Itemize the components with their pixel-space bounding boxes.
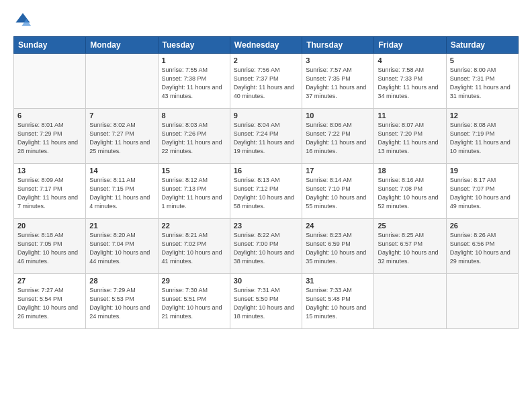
day-number: 11 [378,111,442,120]
weekday-header: Thursday [302,37,374,54]
day-info: Sunrise: 8:26 AMSunset: 6:56 PMDaylight:… [450,231,515,266]
calendar-cell [86,54,158,109]
calendar-cell: 9Sunrise: 8:04 AMSunset: 7:24 PMDaylight… [230,109,302,164]
calendar-cell: 15Sunrise: 8:12 AMSunset: 7:13 PMDayligh… [158,164,230,219]
calendar-week-row: 6Sunrise: 8:01 AMSunset: 7:29 PMDaylight… [14,109,519,164]
calendar-cell: 24Sunrise: 8:23 AMSunset: 6:59 PMDayligh… [302,219,374,274]
day-number: 29 [162,277,226,285]
day-number: 26 [450,222,515,230]
day-number: 22 [162,222,226,230]
weekday-header-row: SundayMondayTuesdayWednesdayThursdayFrid… [14,37,519,54]
day-number: 28 [89,277,154,285]
day-number: 12 [450,111,515,120]
weekday-header: Sunday [14,37,86,54]
day-number: 18 [378,167,442,175]
calendar-cell: 19Sunrise: 8:17 AMSunset: 7:07 PMDayligh… [446,164,518,219]
day-number: 30 [234,277,298,285]
day-info: Sunrise: 8:23 AMSunset: 6:59 PMDaylight:… [306,231,370,266]
day-number: 14 [89,167,154,175]
calendar-cell: 20Sunrise: 8:18 AMSunset: 7:05 PMDayligh… [14,219,86,274]
calendar-week-row: 27Sunrise: 7:27 AMSunset: 5:54 PMDayligh… [14,274,519,329]
calendar-cell [14,54,86,109]
calendar-cell: 18Sunrise: 8:16 AMSunset: 7:08 PMDayligh… [374,164,446,219]
weekday-header: Saturday [446,37,518,54]
calendar-cell: 10Sunrise: 8:06 AMSunset: 7:22 PMDayligh… [302,109,374,164]
day-info: Sunrise: 7:31 AMSunset: 5:50 PMDaylight:… [234,286,298,321]
calendar-cell: 5Sunrise: 8:00 AMSunset: 7:31 PMDaylight… [446,54,518,109]
day-number: 7 [89,111,154,120]
day-info: Sunrise: 8:16 AMSunset: 7:08 PMDaylight:… [378,176,442,211]
day-info: Sunrise: 7:27 AMSunset: 5:54 PMDaylight:… [17,286,82,321]
calendar-cell: 1Sunrise: 7:55 AMSunset: 7:38 PMDaylight… [158,54,230,109]
day-info: Sunrise: 8:12 AMSunset: 7:13 PMDaylight:… [162,176,226,211]
calendar-cell: 8Sunrise: 8:03 AMSunset: 7:26 PMDaylight… [158,109,230,164]
day-number: 2 [234,56,298,64]
calendar-cell: 31Sunrise: 7:33 AMSunset: 5:48 PMDayligh… [302,274,374,329]
calendar-cell: 23Sunrise: 8:22 AMSunset: 7:00 PMDayligh… [230,219,302,274]
calendar-cell: 14Sunrise: 8:11 AMSunset: 7:15 PMDayligh… [86,164,158,219]
weekday-header: Wednesday [230,37,302,54]
day-number: 6 [17,111,82,120]
day-number: 21 [89,222,154,230]
logo [13,11,35,30]
day-info: Sunrise: 7:58 AMSunset: 7:33 PMDaylight:… [378,66,442,101]
day-info: Sunrise: 7:55 AMSunset: 7:38 PMDaylight:… [162,66,226,101]
calendar-week-row: 1Sunrise: 7:55 AMSunset: 7:38 PMDaylight… [14,54,519,109]
day-number: 19 [450,167,515,175]
day-info: Sunrise: 8:03 AMSunset: 7:26 PMDaylight:… [162,121,226,156]
day-number: 20 [17,222,82,230]
day-number: 13 [17,167,82,175]
day-number: 5 [450,56,515,64]
calendar-table: SundayMondayTuesdayWednesdayThursdayFrid… [13,36,519,329]
day-number: 25 [378,222,442,230]
calendar-cell: 7Sunrise: 8:02 AMSunset: 7:27 PMDaylight… [86,109,158,164]
day-info: Sunrise: 8:14 AMSunset: 7:10 PMDaylight:… [306,176,370,211]
calendar-cell: 27Sunrise: 7:27 AMSunset: 5:54 PMDayligh… [14,274,86,329]
calendar-page: SundayMondayTuesdayWednesdayThursdayFrid… [0,0,532,411]
calendar-cell: 13Sunrise: 8:09 AMSunset: 7:17 PMDayligh… [14,164,86,219]
calendar-cell: 12Sunrise: 8:08 AMSunset: 7:19 PMDayligh… [446,109,518,164]
day-info: Sunrise: 8:17 AMSunset: 7:07 PMDaylight:… [450,176,515,211]
day-number: 1 [162,56,226,64]
day-info: Sunrise: 8:00 AMSunset: 7:31 PMDaylight:… [450,66,515,101]
calendar-cell: 4Sunrise: 7:58 AMSunset: 7:33 PMDaylight… [374,54,446,109]
weekday-header: Friday [374,37,446,54]
calendar-cell: 2Sunrise: 7:56 AMSunset: 7:37 PMDaylight… [230,54,302,109]
calendar-cell: 25Sunrise: 8:25 AMSunset: 6:57 PMDayligh… [374,219,446,274]
day-number: 9 [234,111,298,120]
header [13,11,519,30]
day-info: Sunrise: 7:56 AMSunset: 7:37 PMDaylight:… [234,66,298,101]
day-number: 17 [306,167,370,175]
day-info: Sunrise: 8:02 AMSunset: 7:27 PMDaylight:… [89,121,154,156]
day-number: 4 [378,56,442,64]
weekday-header: Monday [86,37,158,54]
calendar-cell [446,274,518,329]
day-info: Sunrise: 8:21 AMSunset: 7:02 PMDaylight:… [162,231,226,266]
day-number: 31 [306,277,370,285]
calendar-cell: 30Sunrise: 7:31 AMSunset: 5:50 PMDayligh… [230,274,302,329]
calendar-cell: 11Sunrise: 8:07 AMSunset: 7:20 PMDayligh… [374,109,446,164]
logo-icon [13,11,32,30]
day-info: Sunrise: 8:08 AMSunset: 7:19 PMDaylight:… [450,121,515,156]
day-number: 23 [234,222,298,230]
day-number: 3 [306,56,370,64]
day-info: Sunrise: 8:06 AMSunset: 7:22 PMDaylight:… [306,121,370,156]
day-number: 8 [162,111,226,120]
calendar-week-row: 13Sunrise: 8:09 AMSunset: 7:17 PMDayligh… [14,164,519,219]
weekday-header: Tuesday [158,37,230,54]
day-info: Sunrise: 8:22 AMSunset: 7:00 PMDaylight:… [234,231,298,266]
day-info: Sunrise: 7:57 AMSunset: 7:35 PMDaylight:… [306,66,370,101]
calendar-cell: 28Sunrise: 7:29 AMSunset: 5:53 PMDayligh… [86,274,158,329]
day-number: 16 [234,167,298,175]
day-number: 10 [306,111,370,120]
day-info: Sunrise: 8:13 AMSunset: 7:12 PMDaylight:… [234,176,298,211]
calendar-cell: 17Sunrise: 8:14 AMSunset: 7:10 PMDayligh… [302,164,374,219]
day-info: Sunrise: 8:09 AMSunset: 7:17 PMDaylight:… [17,176,82,211]
day-number: 24 [306,222,370,230]
day-info: Sunrise: 8:04 AMSunset: 7:24 PMDaylight:… [234,121,298,156]
calendar-cell: 22Sunrise: 8:21 AMSunset: 7:02 PMDayligh… [158,219,230,274]
calendar-week-row: 20Sunrise: 8:18 AMSunset: 7:05 PMDayligh… [14,219,519,274]
day-info: Sunrise: 8:18 AMSunset: 7:05 PMDaylight:… [17,231,82,266]
calendar-cell: 29Sunrise: 7:30 AMSunset: 5:51 PMDayligh… [158,274,230,329]
day-info: Sunrise: 7:33 AMSunset: 5:48 PMDaylight:… [306,286,370,321]
